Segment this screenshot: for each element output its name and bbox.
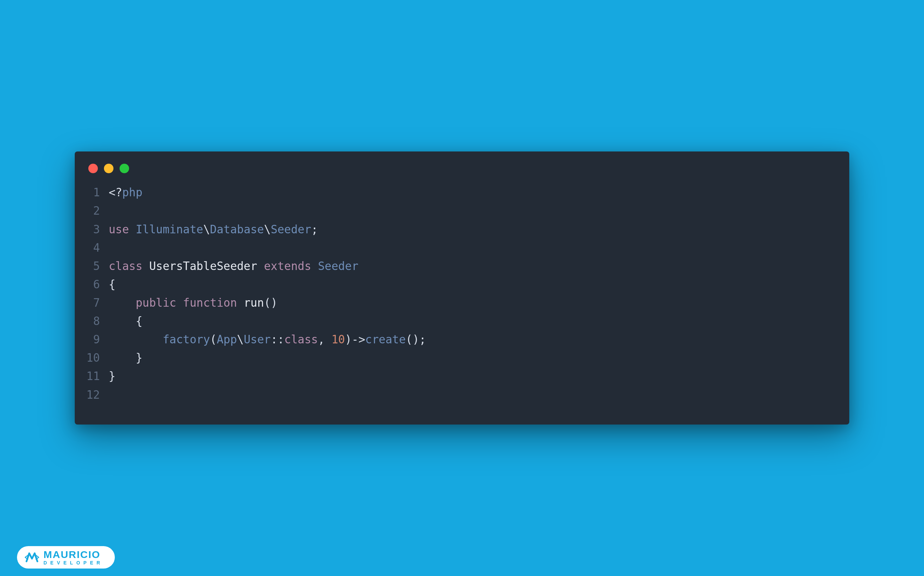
code-line: 7 public function run()	[75, 294, 836, 312]
token-class: Seeder	[271, 223, 311, 236]
token-punct: ;	[311, 223, 318, 236]
close-icon[interactable]	[88, 164, 98, 173]
token-class: Illuminate	[136, 223, 203, 236]
token-punct: ,	[318, 333, 331, 346]
line-content: }	[109, 349, 836, 367]
token-keyword: class	[109, 259, 143, 273]
token-keyword: public	[136, 296, 176, 309]
code-window: 1<?php23use Illuminate\Database\Seeder;4…	[75, 152, 849, 424]
token-default	[176, 296, 183, 309]
code-line: 2	[75, 202, 836, 220]
badge-subtitle: DEVELOPER	[43, 560, 103, 565]
line-content: <?php	[109, 183, 836, 202]
token-class: User	[243, 333, 271, 346]
token-punct: ();	[406, 333, 426, 346]
token-num: 10	[331, 333, 345, 346]
line-content	[109, 386, 836, 404]
line-number: 1	[75, 183, 109, 202]
token-keyword: use	[109, 223, 129, 236]
token-punct: \	[203, 223, 210, 236]
line-number: 9	[75, 330, 109, 349]
token-default	[237, 296, 244, 309]
line-content: {	[109, 312, 836, 330]
token-punct: {	[136, 315, 143, 328]
token-method: create	[365, 333, 406, 346]
badge-text: MAURICIO DEVELOPER	[43, 549, 103, 565]
token-class: Database	[210, 223, 264, 236]
line-number: 7	[75, 294, 109, 312]
line-number: 6	[75, 275, 109, 294]
line-number: 10	[75, 349, 109, 367]
token-default	[143, 259, 149, 273]
token-punct: \	[264, 223, 271, 236]
token-tag: php	[122, 186, 143, 199]
code-line: 9 factory(App\User::class, 10)->create()…	[75, 330, 836, 349]
author-badge: MAURICIO DEVELOPER	[17, 546, 115, 568]
line-number: 12	[75, 386, 109, 404]
code-line: 5class UsersTableSeeder extends Seeder	[75, 257, 836, 275]
line-content: use Illuminate\Database\Seeder;	[109, 221, 836, 239]
token-default	[109, 315, 136, 328]
code-line: 12	[75, 386, 836, 404]
code-line: 1<?php	[75, 183, 836, 202]
line-content: }	[109, 367, 836, 386]
token-default	[311, 259, 318, 273]
line-content: factory(App\User::class, 10)->create();	[109, 330, 836, 349]
token-func: factory	[163, 333, 210, 346]
token-name: run	[243, 296, 264, 309]
token-punct: ()	[264, 296, 277, 309]
token-punct: <?	[109, 186, 122, 199]
token-keyword: extends	[264, 259, 311, 273]
window-titlebar	[75, 152, 849, 183]
token-name: UsersTableSeeder	[149, 259, 257, 273]
token-default	[109, 351, 136, 365]
token-punct: }	[136, 351, 143, 365]
token-keyword: class	[284, 333, 318, 346]
code-line: 10 }	[75, 349, 836, 367]
code-line: 6{	[75, 275, 836, 294]
line-number: 11	[75, 367, 109, 386]
code-block: 1<?php23use Illuminate\Database\Seeder;4…	[75, 183, 849, 404]
code-line: 11}	[75, 367, 836, 386]
badge-title: MAURICIO	[43, 549, 103, 560]
token-default	[257, 259, 264, 273]
code-line: 8 {	[75, 312, 836, 330]
token-default	[129, 223, 136, 236]
token-default	[109, 296, 136, 309]
token-punct: )->	[345, 333, 365, 346]
token-default	[109, 333, 163, 346]
token-punct: ::	[271, 333, 284, 346]
token-punct: }	[109, 370, 115, 383]
token-punct: \	[237, 333, 244, 346]
line-content	[109, 202, 836, 220]
logo-icon	[24, 550, 39, 565]
line-content: class UsersTableSeeder extends Seeder	[109, 257, 836, 275]
line-content: public function run()	[109, 294, 836, 312]
line-number: 3	[75, 221, 109, 239]
token-class: Seeder	[318, 259, 359, 273]
code-line: 4	[75, 239, 836, 257]
line-content	[109, 239, 836, 257]
minimize-icon[interactable]	[104, 164, 114, 173]
token-keyword: function	[183, 296, 237, 309]
token-class: App	[217, 333, 237, 346]
line-content: {	[109, 275, 836, 294]
line-number: 2	[75, 202, 109, 220]
token-punct: {	[109, 278, 115, 291]
code-line: 3use Illuminate\Database\Seeder;	[75, 221, 836, 239]
line-number: 8	[75, 312, 109, 330]
line-number: 4	[75, 239, 109, 257]
token-punct: (	[210, 333, 217, 346]
line-number: 5	[75, 257, 109, 275]
maximize-icon[interactable]	[120, 164, 129, 173]
